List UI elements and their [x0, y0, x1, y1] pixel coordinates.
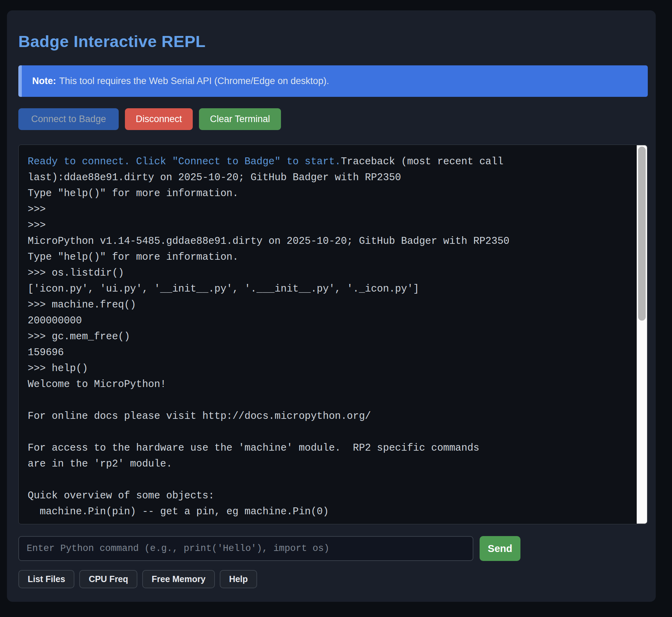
terminal-line: Ready to connect. Click "Connect to Badg…	[28, 154, 628, 170]
command-row: Send	[18, 536, 648, 561]
terminal-line: >>> os.listdir()	[28, 265, 628, 281]
terminal-line: >>> machine.freq()	[28, 297, 628, 313]
quick-cpu-freq-button[interactable]: CPU Freq	[79, 570, 137, 588]
note-text: This tool requires the Web Serial API (C…	[59, 76, 329, 86]
terminal-line: >>> help()	[28, 361, 628, 377]
terminal-line: machine.Pin(pin) -- get a pin, eg machin…	[28, 504, 628, 520]
terminal-line: are in the 'rp2' module.	[28, 456, 628, 472]
terminal-line: >>>	[28, 202, 628, 218]
page-title: Badge Interactive REPL	[18, 10, 648, 51]
terminal-line: >>>	[28, 218, 628, 233]
terminal-lines: Ready to connect. Click "Connect to Badg…	[28, 154, 628, 520]
terminal-line: Type "help()" for more information.	[28, 186, 628, 202]
terminal-line: Welcome to MicroPython!	[28, 377, 628, 393]
clear-terminal-button[interactable]: Clear Terminal	[199, 108, 281, 130]
terminal-line: MicroPython v1.14-5485.gddae88e91.dirty …	[28, 233, 628, 249]
note-banner: Note: This tool requires the Web Serial …	[18, 65, 648, 97]
terminal-line: 159696	[28, 345, 628, 361]
terminal-line: Type "help()" for more information.	[28, 249, 628, 265]
terminal-line: last):ddae88e91.dirty on 2025-10-20; Git…	[28, 170, 628, 186]
terminal-output[interactable]: Ready to connect. Click "Connect to Badg…	[18, 145, 648, 524]
disconnect-button[interactable]: Disconnect	[125, 108, 193, 130]
terminal-line: For online docs please visit http://docs…	[28, 408, 628, 424]
terminal-line: Quick overview of some objects:	[28, 488, 628, 504]
quick-free-memory-button[interactable]: Free Memory	[142, 570, 215, 588]
terminal-line: For access to the hardware use the 'mach…	[28, 440, 628, 456]
terminal-scrollbar-thumb[interactable]	[638, 147, 646, 321]
terminal-line	[28, 472, 628, 488]
terminal-line	[28, 424, 628, 440]
connect-button[interactable]: Connect to Badge	[18, 108, 119, 130]
quick-list-files-button[interactable]: List Files	[18, 570, 74, 588]
toolbar: Connect to Badge Disconnect Clear Termin…	[18, 108, 648, 130]
note-label: Note:	[32, 76, 56, 86]
quick-actions: List Files CPU Freq Free Memory Help	[18, 570, 648, 588]
terminal-line	[28, 393, 628, 408]
command-input[interactable]	[18, 536, 473, 561]
terminal-line: 200000000	[28, 313, 628, 329]
quick-help-button[interactable]: Help	[220, 570, 257, 588]
terminal-line: >>> gc.mem_free()	[28, 329, 628, 345]
send-button[interactable]: Send	[480, 536, 520, 561]
terminal-line: ['icon.py', 'ui.py', '__init__.py', '.__…	[28, 281, 628, 297]
terminal-scrollbar[interactable]	[637, 145, 647, 524]
app-card: Badge Interactive REPL Note: This tool r…	[7, 10, 656, 602]
